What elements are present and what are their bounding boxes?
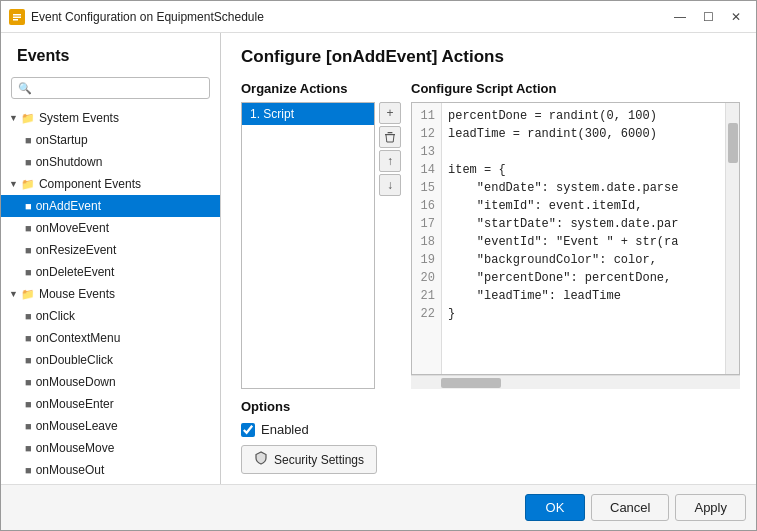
- close-button[interactable]: ✕: [724, 7, 748, 27]
- sidebar-item-onResizeEvent[interactable]: ■ onResizeEvent: [1, 239, 220, 261]
- sidebar-item-onMouseDown[interactable]: ■ onMouseDown: [1, 371, 220, 393]
- script-horizontal-scrollbar[interactable]: [411, 375, 740, 389]
- script-editor[interactable]: 11 12 13 14 15 16 17 18 19 20 21 22: [411, 102, 740, 375]
- window-title: Event Configuration on EquipmentSchedule: [31, 10, 668, 24]
- apply-button[interactable]: Apply: [675, 494, 746, 521]
- svg-rect-3: [13, 19, 18, 21]
- item-icon: ■: [25, 222, 32, 234]
- events-tree[interactable]: ▼ 📁 System Events ■ onStartup ■ onShutdo…: [1, 107, 220, 484]
- code-line: "startDate": system.date.par: [448, 215, 719, 233]
- sidebar-item-label: onMouseEnter: [36, 397, 114, 411]
- sidebar-item-onShutdown[interactable]: ■ onShutdown: [1, 151, 220, 173]
- item-icon: ■: [25, 442, 32, 454]
- code-line: "percentDone": percentDone,: [448, 269, 719, 287]
- sidebar-item-onStartup[interactable]: ■ onStartup: [1, 129, 220, 151]
- options-section: Options Enabled Security Settings: [241, 399, 740, 484]
- sidebar-item-label: onAddEvent: [36, 199, 101, 213]
- item-icon: ■: [25, 134, 32, 146]
- item-icon: ■: [25, 156, 32, 168]
- actions-area: Organize Actions 1. Script +: [241, 81, 740, 389]
- maximize-button[interactable]: ☐: [696, 7, 720, 27]
- move-down-button[interactable]: ↓: [379, 174, 401, 196]
- search-input[interactable]: [36, 81, 203, 95]
- svg-rect-5: [388, 132, 393, 133]
- line-numbers: 11 12 13 14 15 16 17 18 19 20 21 22: [412, 103, 442, 374]
- item-icon: ■: [25, 310, 32, 322]
- sidebar-item-onDeleteEvent[interactable]: ■ onDeleteEvent: [1, 261, 220, 283]
- sidebar-item-label: onClick: [36, 309, 75, 323]
- code-line: percentDone = randint(0, 100): [448, 107, 719, 125]
- code-line: [448, 143, 719, 161]
- chevron-down-icon: ▼: [9, 113, 18, 123]
- chevron-down-icon: ▼: [9, 289, 18, 299]
- shield-icon: [254, 451, 268, 468]
- sidebar-item-onMouseEnter[interactable]: ■ onMouseEnter: [1, 393, 220, 415]
- sidebar-item-label: onResizeEvent: [36, 243, 117, 257]
- delete-action-button[interactable]: [379, 126, 401, 148]
- script-section-title: Configure Script Action: [411, 81, 740, 96]
- svg-rect-2: [13, 16, 21, 18]
- item-icon: ■: [25, 332, 32, 344]
- item-icon: ■: [25, 200, 32, 212]
- sidebar-item-onAddEvent[interactable]: ■ onAddEvent: [1, 195, 220, 217]
- sidebar-item-label: onShutdown: [36, 155, 103, 169]
- sidebar-item-label: Component Events: [39, 177, 141, 191]
- enabled-row: Enabled: [241, 422, 740, 437]
- cancel-button[interactable]: Cancel: [591, 494, 669, 521]
- sidebar-item-component-events[interactable]: ▼ 📁 Component Events: [1, 173, 220, 195]
- security-settings-label: Security Settings: [274, 453, 364, 467]
- minimize-button[interactable]: —: [668, 7, 692, 27]
- sidebar-item-system-events[interactable]: ▼ 📁 System Events: [1, 107, 220, 129]
- item-icon: ■: [25, 244, 32, 256]
- organize-action-buttons: + ↑ ↓: [379, 102, 401, 389]
- sidebar-item-onMoveEvent[interactable]: ■ onMoveEvent: [1, 217, 220, 239]
- item-icon: ■: [25, 354, 32, 366]
- sidebar-item-mouse-events[interactable]: ▼ 📁 Mouse Events: [1, 283, 220, 305]
- main-window: Event Configuration on EquipmentSchedule…: [0, 0, 757, 531]
- chevron-down-icon: ▼: [9, 179, 18, 189]
- code-line: "leadTime": leadTime: [448, 287, 719, 305]
- search-bar[interactable]: 🔍: [11, 77, 210, 99]
- sidebar-item-onDoubleClick[interactable]: ■ onDoubleClick: [1, 349, 220, 371]
- title-bar: Event Configuration on EquipmentSchedule…: [1, 1, 756, 33]
- organize-section-title: Organize Actions: [241, 81, 401, 96]
- sidebar-item-label: onMouseDown: [36, 375, 116, 389]
- sidebar-item-onContextMenu[interactable]: ■ onContextMenu: [1, 327, 220, 349]
- sidebar-item-onMouseLeave[interactable]: ■ onMouseLeave: [1, 415, 220, 437]
- code-line: "itemId": event.itemId,: [448, 197, 719, 215]
- item-icon: ■: [25, 398, 32, 410]
- list-item[interactable]: 1. Script: [242, 103, 374, 125]
- sidebar-item-label: onMouseLeave: [36, 419, 118, 433]
- add-action-button[interactable]: +: [379, 102, 401, 124]
- security-settings-button[interactable]: Security Settings: [241, 445, 377, 474]
- code-line: leadTime = randint(300, 6000): [448, 125, 719, 143]
- code-area[interactable]: percentDone = randint(0, 100) leadTime =…: [442, 103, 725, 374]
- sidebar-item-label: onMoveEvent: [36, 221, 109, 235]
- folder-icon: 📁: [21, 288, 35, 301]
- scrollbar-thumb: [728, 123, 738, 163]
- code-line: "backgroundColor": color,: [448, 251, 719, 269]
- enabled-checkbox[interactable]: [241, 423, 255, 437]
- right-panel: Configure [onAddEvent] Actions Organize …: [221, 33, 756, 484]
- sidebar-item-onMouseMove[interactable]: ■ onMouseMove: [1, 437, 220, 459]
- sidebar-item-label: onDeleteEvent: [36, 265, 115, 279]
- options-title: Options: [241, 399, 740, 414]
- sidebar-item-label: onStartup: [36, 133, 88, 147]
- bottom-bar: OK Cancel Apply: [1, 484, 756, 530]
- left-panel: Events 🔍 ▼ 📁 System Events ■ onStartup ■: [1, 33, 221, 484]
- organize-actions-list[interactable]: 1. Script: [241, 102, 375, 389]
- window-controls: — ☐ ✕: [668, 7, 748, 27]
- sidebar-item-label: Mouse Events: [39, 287, 115, 301]
- item-icon: ■: [25, 464, 32, 476]
- ok-button[interactable]: OK: [525, 494, 585, 521]
- organize-section: Organize Actions 1. Script +: [241, 81, 401, 389]
- sidebar-item-onMouseOut[interactable]: ■ onMouseOut: [1, 459, 220, 481]
- move-up-button[interactable]: ↑: [379, 150, 401, 172]
- events-title: Events: [1, 33, 220, 73]
- organize-list-wrapper: 1. Script + ↑: [241, 102, 401, 389]
- item-icon: ■: [25, 266, 32, 278]
- script-vertical-scrollbar[interactable]: [725, 103, 739, 374]
- folder-icon: 📁: [21, 112, 35, 125]
- code-line: "endDate": system.date.parse: [448, 179, 719, 197]
- sidebar-item-onClick[interactable]: ■ onClick: [1, 305, 220, 327]
